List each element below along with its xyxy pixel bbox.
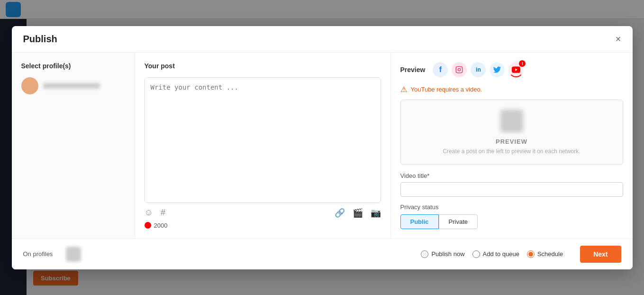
preview-card-description: Create a post on the left to preview it … [443,148,580,155]
youtube-network-wrap: ! [508,62,524,77]
modal-title: Publish [23,34,57,45]
profile-item[interactable] [21,77,125,94]
post-content-input[interactable] [145,77,381,203]
hashtag-icon[interactable]: # [161,208,165,218]
instagram-network-wrap [452,62,467,77]
privacy-private-button[interactable]: Private [439,214,478,229]
modal-header: Publish × [12,26,633,53]
svg-point-2 [461,67,461,68]
camera-icon[interactable]: 📷 [371,208,381,218]
preview-thumbnail [500,110,523,132]
schedule-label: Schedule [537,250,563,258]
profiles-panel: Select profile(s) [12,53,135,239]
privacy-status-label: Privacy status [400,203,623,211]
post-tools: ☺ # 🔗 🎬 📷 [145,203,381,218]
next-button[interactable]: Next [580,246,621,263]
linkedin-network-button[interactable]: in [471,62,486,77]
close-button[interactable]: × [616,34,621,44]
facebook-network-button[interactable]: f [433,62,448,77]
facebook-network-wrap: f [433,62,448,77]
twitter-network-wrap [490,62,505,77]
on-profiles-label: On profiles [23,250,53,258]
publish-modal: Publish × Select profile(s) Your post ☺ … [12,26,633,269]
modal-body: Select profile(s) Your post ☺ # 🔗 🎬 📷 [12,53,633,239]
preview-panel: Preview f [391,53,633,239]
schedule-option[interactable]: Schedule [527,250,563,258]
preview-card: PREVIEW Create a post on the left to pre… [400,100,623,165]
svg-rect-0 [456,66,463,73]
avatar [21,77,38,94]
post-panel: Your post ☺ # 🔗 🎬 📷 2000 [135,53,391,239]
video-title-input[interactable] [400,182,623,197]
privacy-buttons: Public Private [400,214,623,229]
privacy-public-button[interactable]: Public [400,214,439,229]
twitter-network-button[interactable] [490,62,505,77]
yt-counter-dot [145,222,151,229]
publish-options: Publish now Add to queue Schedule [421,250,563,258]
warning-bar: ⚠ YouTube requires a video. [400,85,623,94]
profile-name [43,83,100,89]
preview-header: Preview f [400,62,623,77]
counter-value: 2000 [154,222,168,229]
add-to-queue-option[interactable]: Add to queue [472,250,519,258]
profiles-panel-title: Select profile(s) [21,62,125,70]
modal-overlay: Publish × Select profile(s) Your post ☺ … [0,0,644,295]
media-icon[interactable]: 🎬 [353,208,363,218]
publish-now-label: Publish now [431,250,464,258]
video-title-label: Video title* [400,172,623,179]
schedule-radio[interactable] [527,250,535,258]
modal-footer: On profiles Publish now Add to queue Sch… [12,239,633,269]
preview-card-title: PREVIEW [496,138,527,145]
preview-label: Preview [400,66,426,74]
warning-icon: ⚠ [400,85,407,94]
svg-point-1 [458,68,461,71]
post-panel-title: Your post [145,62,381,70]
warning-text: YouTube requires a video. [411,86,482,93]
add-to-queue-label: Add to queue [483,250,519,258]
add-to-queue-radio[interactable] [472,250,480,258]
youtube-badge: ! [519,60,526,67]
publish-now-radio[interactable] [421,250,428,258]
on-profiles-avatar [66,247,81,262]
instagram-network-button[interactable] [452,62,467,77]
emoji-icon[interactable]: ☺ [145,208,153,218]
publish-now-option[interactable]: Publish now [421,250,464,258]
post-counter: 2000 [145,222,381,229]
linkedin-network-wrap: in [471,62,486,77]
link-icon[interactable]: 🔗 [335,208,345,218]
